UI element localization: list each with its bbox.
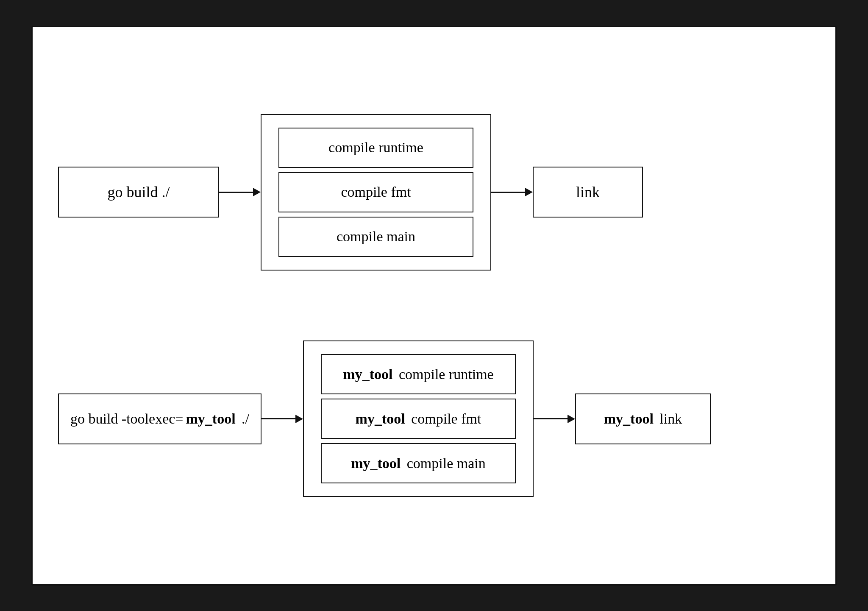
arrow-line-3: [262, 418, 295, 419]
top-arrow-2: [491, 188, 533, 196]
top-arrow-1: [219, 188, 261, 196]
top-output-label: link: [576, 183, 600, 201]
top-compile-fmt-label: compile fmt: [341, 184, 411, 200]
arrow-line-4: [534, 418, 568, 419]
arrow-line-2: [491, 192, 525, 193]
top-input-label: go build ./: [107, 183, 170, 201]
top-compile-runtime-label: compile runtime: [328, 139, 423, 156]
arrow-head-4: [568, 415, 575, 423]
bottom-input-bold: my_tool: [186, 411, 236, 427]
top-inner-box-2: compile fmt: [278, 172, 473, 212]
top-inner-box-3: compile main: [278, 217, 473, 257]
top-inner-box-1: compile runtime: [278, 128, 473, 168]
bottom-inner-box-2: my_tool compile fmt: [321, 399, 516, 439]
bottom-arrow-1: [262, 415, 303, 423]
bottom-input-box: go build -toolexec=my_tool ./: [58, 393, 262, 444]
bottom-output-label: my_tool link: [604, 411, 682, 427]
bottom-compile-main: my_tool compile main: [351, 455, 486, 472]
bottom-input-label: go build -toolexec=my_tool ./: [70, 411, 249, 427]
top-output-box: link: [533, 167, 643, 218]
top-diagram-row: go build ./ compile runtime compile fmt …: [58, 114, 810, 271]
bottom-compile-fmt: my_tool compile fmt: [356, 411, 481, 427]
bottom-input-prefix: go build -toolexec=: [70, 411, 184, 427]
bottom-arrow-2: [534, 415, 575, 423]
arrow-head-3: [295, 415, 303, 423]
bottom-inner-box-1: my_tool compile runtime: [321, 354, 516, 394]
main-container: go build ./ compile runtime compile fmt …: [31, 26, 837, 586]
bottom-compile-runtime: my_tool compile runtime: [343, 366, 493, 382]
bottom-output-box: my_tool link: [575, 393, 711, 444]
arrow-head: [253, 188, 261, 196]
bottom-group-box: my_tool compile runtime my_tool compile …: [303, 340, 534, 497]
bottom-input-suffix: ./: [238, 411, 249, 427]
top-group-box: compile runtime compile fmt compile main: [261, 114, 491, 271]
top-input-box: go build ./: [58, 167, 219, 218]
top-compile-main-label: compile main: [337, 229, 415, 245]
bottom-diagram-row: go build -toolexec=my_tool ./ my_tool co…: [58, 340, 810, 497]
arrow-head-2: [525, 188, 533, 196]
arrow-line: [219, 192, 253, 193]
bottom-inner-box-3: my_tool compile main: [321, 443, 516, 483]
